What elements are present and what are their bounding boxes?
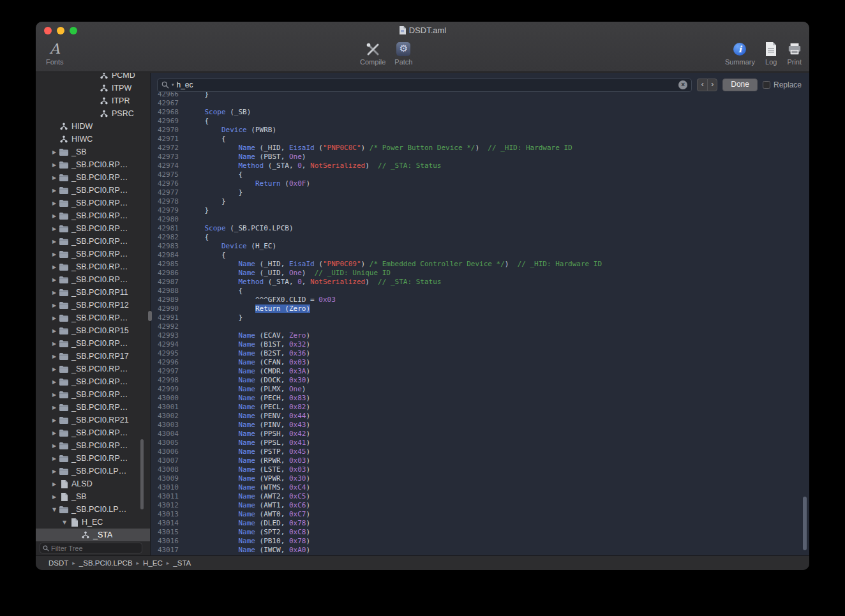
disclosure-collapsed-icon[interactable]: ▶ bbox=[50, 366, 59, 372]
tree-item-sb-pci0-rp[interactable]: ▶_SB.PCI0.RP… bbox=[36, 273, 150, 286]
disclosure-collapsed-icon[interactable]: ▶ bbox=[50, 200, 59, 206]
compile-button[interactable]: Compile bbox=[360, 40, 385, 66]
zoom-window-button[interactable] bbox=[70, 27, 77, 34]
disclosure-collapsed-icon[interactable]: ▶ bbox=[50, 175, 59, 181]
disclosure-collapsed-icon[interactable]: ▶ bbox=[50, 213, 59, 219]
tree-item-sb-pci0-rp[interactable]: ▶_SB.PCI0.RP… bbox=[36, 260, 150, 273]
disclosure-collapsed-icon[interactable]: ▶ bbox=[50, 341, 59, 347]
tree-item-sb-pci0-rp17[interactable]: ▶_SB.PCI0.RP17 bbox=[36, 350, 150, 363]
code-text: Name (PENV, 0x44) bbox=[179, 412, 310, 421]
tree-item-sb-pci0-rp[interactable]: ▶_SB.PCI0.RP… bbox=[36, 388, 150, 401]
disclosure-collapsed-icon[interactable]: ▶ bbox=[50, 264, 59, 270]
fonts-button[interactable]: A Fonts bbox=[46, 40, 64, 66]
disclosure-collapsed-icon[interactable]: ▶ bbox=[50, 456, 59, 462]
tree-item-itpw[interactable]: ITPW bbox=[36, 82, 150, 94]
tree-item-sb-pci0-rp[interactable]: ▶_SB.PCI0.RP… bbox=[36, 426, 150, 439]
disclosure-collapsed-icon[interactable]: ▶ bbox=[50, 188, 59, 193]
search-menu-chevron-icon[interactable]: ▾ bbox=[172, 82, 174, 87]
disclosure-collapsed-icon[interactable]: ▶ bbox=[50, 162, 59, 168]
disclosure-collapsed-icon[interactable]: ▶ bbox=[50, 481, 59, 487]
find-field[interactable]: ▾ × bbox=[157, 79, 692, 92]
pane-splitter-handle[interactable] bbox=[148, 311, 152, 321]
sidebar-scrollbar[interactable] bbox=[140, 439, 144, 509]
tree-item-sb-pci0-rp[interactable]: ▶_SB.PCI0.RP… bbox=[36, 375, 150, 388]
tree-item-itpr[interactable]: ITPR bbox=[36, 94, 150, 107]
tree-item-sb-pci0-rp[interactable]: ▶_SB.PCI0.RP… bbox=[36, 439, 150, 452]
log-button[interactable]: Log bbox=[765, 40, 777, 66]
disclosure-expanded-icon[interactable]: ▼ bbox=[60, 520, 69, 525]
minimize-window-button[interactable] bbox=[57, 27, 64, 34]
tree-item-sb-pci0-rp11[interactable]: ▶_SB.PCI0.RP11 bbox=[36, 286, 150, 299]
disclosure-collapsed-icon[interactable]: ▶ bbox=[50, 379, 59, 385]
tree-item-sb-pci0-lp[interactable]: ▶_SB.PCI0.LP… bbox=[36, 465, 150, 477]
tree-item-sb-pci0-rp21[interactable]: ▶_SB.PCI0.RP21 bbox=[36, 414, 150, 426]
tree-item-alsd[interactable]: ▶ALSD bbox=[36, 477, 150, 490]
done-button[interactable]: Done bbox=[722, 79, 758, 91]
tree-item-sb-pci0-rp[interactable]: ▶_SB.PCI0.RP… bbox=[36, 363, 150, 375]
disclosure-collapsed-icon[interactable]: ▶ bbox=[50, 290, 59, 296]
code-line: 42976 Return (0x0F) bbox=[151, 179, 809, 188]
disclosure-collapsed-icon[interactable]: ▶ bbox=[50, 315, 59, 321]
close-window-button[interactable] bbox=[44, 27, 52, 34]
code-editor[interactable]: 42966 }4296742968 Scope (_SB)42969 {4297… bbox=[151, 90, 809, 555]
tree-item-hidw[interactable]: HIDW bbox=[36, 120, 150, 133]
breadcrumb-item[interactable]: H_EC bbox=[143, 559, 163, 567]
tree-item-sb-pci0-rp[interactable]: ▶_SB.PCI0.RP… bbox=[36, 401, 150, 414]
code-line: 42990 Return (Zero) bbox=[151, 304, 809, 313]
tree-item-sb-pci0-rp[interactable]: ▶_SB.PCI0.RP… bbox=[36, 235, 150, 248]
filter-tree-input[interactable] bbox=[51, 545, 139, 552]
replace-toggle[interactable]: Replace bbox=[763, 80, 803, 89]
tree-item-sb-pci0-rp[interactable]: ▶_SB.PCI0.RP… bbox=[36, 337, 150, 350]
disclosure-collapsed-icon[interactable]: ▶ bbox=[50, 239, 59, 244]
tree-item-sta[interactable]: _STA bbox=[36, 529, 150, 541]
patch-button[interactable]: ⚙ Patch bbox=[394, 40, 412, 66]
find-previous-button[interactable]: ‹ bbox=[697, 79, 707, 91]
tree-item-h-ec[interactable]: ▼H_EC bbox=[36, 516, 150, 529]
disclosure-collapsed-icon[interactable]: ▶ bbox=[50, 443, 59, 449]
clear-search-icon[interactable]: × bbox=[678, 80, 687, 89]
tree-item-sb-pci0-rp12[interactable]: ▶_SB.PCI0.RP12 bbox=[36, 299, 150, 312]
disclosure-collapsed-icon[interactable]: ▶ bbox=[50, 417, 59, 423]
print-button[interactable]: Print bbox=[787, 40, 802, 66]
tree-item-sb[interactable]: ▶_SB bbox=[36, 146, 150, 158]
disclosure-expanded-icon[interactable]: ▼ bbox=[50, 507, 59, 513]
breadcrumb-item[interactable]: _STA bbox=[173, 559, 191, 567]
disclosure-collapsed-icon[interactable]: ▶ bbox=[50, 494, 59, 500]
disclosure-collapsed-icon[interactable]: ▶ bbox=[50, 226, 59, 232]
tree-item-sb-pci0-rp[interactable]: ▶_SB.PCI0.RP… bbox=[36, 222, 150, 235]
disclosure-collapsed-icon[interactable]: ▶ bbox=[50, 328, 59, 334]
tree-item-sb-pci0-rp[interactable]: ▶_SB.PCI0.RP… bbox=[36, 452, 150, 465]
tree-item-pcmd[interactable]: PCMD bbox=[36, 73, 150, 82]
tree-item-psrc[interactable]: PSRC bbox=[36, 107, 150, 120]
find-next-button[interactable]: › bbox=[707, 79, 717, 91]
summary-button[interactable]: i Summary bbox=[725, 40, 755, 66]
disclosure-collapsed-icon[interactable]: ▶ bbox=[50, 354, 59, 359]
tree-item-sb[interactable]: ▶_SB bbox=[36, 490, 150, 503]
editor-scrollbar[interactable] bbox=[803, 497, 807, 550]
tree-item-sb-pci0-rp[interactable]: ▶_SB.PCI0.RP… bbox=[36, 197, 150, 209]
code-line: 42973 Name (PBST, One) bbox=[151, 153, 809, 162]
code-text: Name (PECL, 0x82) bbox=[179, 403, 310, 412]
tree-item-sb-pci0-rp[interactable]: ▶_SB.PCI0.RP… bbox=[36, 184, 150, 197]
disclosure-collapsed-icon[interactable]: ▶ bbox=[50, 303, 59, 308]
tree-item-sb-pci0-lp[interactable]: ▼_SB.PCI0.LP… bbox=[36, 503, 150, 516]
filter-tree-field[interactable] bbox=[40, 543, 142, 553]
tree-item-sb-pci0-rp[interactable]: ▶_SB.PCI0.RP… bbox=[36, 312, 150, 324]
disclosure-collapsed-icon[interactable]: ▶ bbox=[50, 277, 59, 283]
find-input[interactable] bbox=[177, 80, 677, 89]
disclosure-collapsed-icon[interactable]: ▶ bbox=[50, 430, 59, 436]
disclosure-collapsed-icon[interactable]: ▶ bbox=[50, 392, 59, 398]
disclosure-collapsed-icon[interactable]: ▶ bbox=[50, 149, 59, 155]
replace-checkbox[interactable] bbox=[763, 81, 770, 89]
breadcrumb-item[interactable]: DSDT bbox=[49, 559, 68, 567]
tree-item-sb-pci0-rp15[interactable]: ▶_SB.PCI0.RP15 bbox=[36, 324, 150, 337]
disclosure-collapsed-icon[interactable]: ▶ bbox=[50, 252, 59, 257]
disclosure-collapsed-icon[interactable]: ▶ bbox=[50, 405, 59, 410]
tree-item-sb-pci0-rp[interactable]: ▶_SB.PCI0.RP… bbox=[36, 158, 150, 171]
disclosure-collapsed-icon[interactable]: ▶ bbox=[50, 469, 59, 474]
tree-item-hiwc[interactable]: HIWC bbox=[36, 133, 150, 146]
tree-item-sb-pci0-rp[interactable]: ▶_SB.PCI0.RP… bbox=[36, 248, 150, 260]
tree-item-sb-pci0-rp[interactable]: ▶_SB.PCI0.RP… bbox=[36, 171, 150, 184]
breadcrumb-item[interactable]: _SB.PCI0.LPCB bbox=[79, 559, 133, 567]
tree-item-sb-pci0-rp[interactable]: ▶_SB.PCI0.RP… bbox=[36, 209, 150, 222]
